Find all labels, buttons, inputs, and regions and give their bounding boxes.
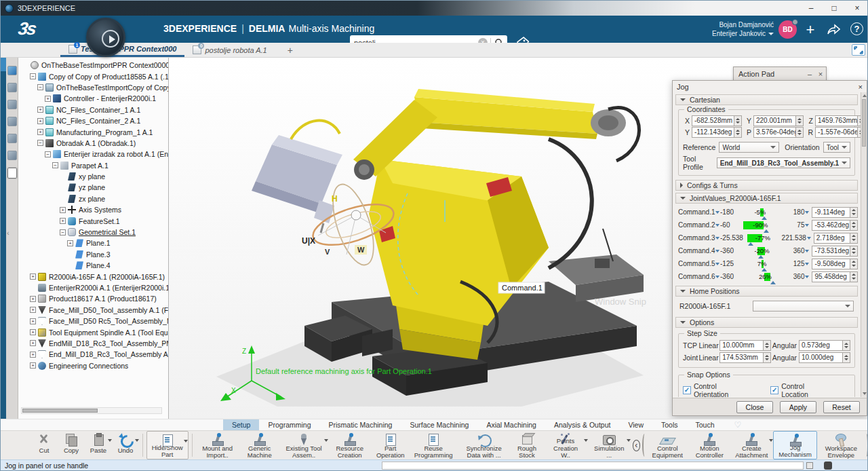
synchronize-data-button[interactable]: Synchronize Data with ... bbox=[458, 431, 511, 459]
components-icon[interactable] bbox=[7, 151, 17, 160]
part-operation-button[interactable]: Part Operation bbox=[372, 431, 410, 459]
action-pad-window[interactable]: Action Pad – × bbox=[733, 67, 827, 81]
joint-slider-handle[interactable] bbox=[748, 242, 753, 246]
spinner[interactable] bbox=[850, 246, 857, 256]
tree-expander[interactable]: + bbox=[37, 107, 43, 113]
close-button[interactable]: Close bbox=[736, 401, 773, 413]
spinner[interactable] bbox=[850, 233, 857, 243]
snap-checkbox[interactable]: ✓ bbox=[683, 386, 691, 394]
tree-expander[interactable]: + bbox=[30, 296, 36, 302]
tree-item[interactable]: Plane.4 bbox=[18, 260, 168, 271]
expand-viewport-icon[interactable] bbox=[852, 44, 865, 56]
tree-view-icon[interactable] bbox=[7, 66, 17, 75]
tree-item[interactable]: EnterijerR2000i A.1 (EnterijerR2000i.1) bbox=[18, 282, 168, 293]
tree-expander[interactable]: + bbox=[60, 207, 66, 213]
create-attachment-button[interactable]: Create Attachment bbox=[730, 431, 773, 459]
jog-close-icon[interactable]: × bbox=[859, 83, 863, 91]
spinner[interactable] bbox=[850, 259, 857, 269]
joint-max-limit[interactable]: 75 bbox=[782, 221, 810, 229]
joint-slider-handle[interactable] bbox=[764, 229, 769, 233]
joint-value-field[interactable]: 2.718deg bbox=[814, 233, 858, 244]
joint-value-field[interactable]: 95.458deg bbox=[812, 271, 858, 282]
orientation-select[interactable]: Tool bbox=[823, 142, 850, 153]
tree-item[interactable]: +Axis Systems bbox=[18, 204, 168, 215]
reuse-programming-button[interactable]: Reuse Programming bbox=[410, 431, 458, 459]
motion-controller-button[interactable]: Motion Controller bbox=[689, 431, 730, 459]
tree-item[interactable]: +Product18617 A.1 (Product18617) bbox=[18, 293, 168, 304]
maximize-button[interactable]: □ bbox=[823, 1, 846, 16]
tree-item[interactable]: −Parapet A.1 bbox=[18, 160, 168, 171]
tree-item[interactable]: +Controller - EnterijerR2000i.1 bbox=[18, 93, 168, 104]
power-input-field[interactable] bbox=[382, 461, 804, 470]
action-pad-minimize-icon[interactable]: – bbox=[804, 70, 815, 78]
joint-max-limit[interactable]: 360 bbox=[782, 247, 810, 255]
rough-stock-button[interactable]: Rough Stock bbox=[511, 431, 544, 459]
dropdown-caret-icon[interactable] bbox=[135, 439, 139, 442]
spinner[interactable] bbox=[734, 116, 741, 126]
share-icon[interactable] bbox=[825, 22, 842, 40]
tree-item[interactable]: −Copy of Copy of Product18585 A.1 (.1) bbox=[18, 71, 168, 81]
tree-item[interactable]: OnTheBaseTestImportPPR Context00000071 A… bbox=[18, 60, 168, 71]
tree-expander[interactable]: − bbox=[30, 73, 36, 79]
tcp-linear-field[interactable]: 10.000mm bbox=[719, 340, 771, 351]
spinner[interactable] bbox=[795, 128, 803, 137]
tree-expander[interactable]: + bbox=[30, 274, 36, 280]
collab-space-selector[interactable]: Enterijer Jankovic bbox=[712, 29, 774, 38]
tree-expander[interactable]: − bbox=[37, 140, 43, 146]
generic-machine-button[interactable]: Generic Machine bbox=[239, 431, 280, 459]
tree-item[interactable]: +Plane.1 bbox=[18, 238, 168, 248]
apply-button[interactable]: Apply bbox=[780, 401, 816, 413]
ribbon-tab-setup[interactable]: Setup bbox=[223, 419, 259, 430]
snap-checkbox[interactable]: ✓ bbox=[770, 386, 778, 394]
joint-slider-track[interactable]: 26% bbox=[743, 273, 781, 281]
favorites-heart-icon[interactable]: ♡ bbox=[734, 420, 742, 430]
joint-slider-track[interactable]: -77% bbox=[745, 234, 781, 242]
control-equipment-button[interactable]: Control Equipment bbox=[646, 431, 689, 459]
tree-item[interactable]: +R2000iA-165F A.1 (R2000iA-165F.1) bbox=[18, 271, 168, 282]
assembly-icon[interactable] bbox=[7, 100, 17, 109]
jog-axis-label-h[interactable]: H bbox=[332, 194, 338, 204]
ribbon-tab-programming[interactable]: Programming bbox=[259, 419, 319, 430]
dropdown-caret-icon[interactable] bbox=[627, 439, 631, 442]
coordinate-field[interactable]: 3.576e-04deg bbox=[753, 127, 804, 138]
ribbon-tab-analysis-output[interactable]: Analysis & Output bbox=[545, 419, 619, 430]
group-icon[interactable] bbox=[7, 117, 17, 126]
tree-expander[interactable]: + bbox=[37, 118, 43, 124]
joint-min-limit[interactable]: -125 bbox=[715, 260, 742, 267]
joint-min-limit[interactable]: -60 bbox=[715, 221, 742, 229]
tree-expander[interactable]: − bbox=[45, 151, 51, 157]
section-cartesian[interactable]: Cartesian bbox=[675, 94, 858, 105]
joint-max-limit[interactable]: 180 bbox=[782, 208, 810, 216]
behaviors-icon[interactable] bbox=[7, 83, 17, 92]
jog-axis-label-w[interactable]: W bbox=[357, 246, 365, 254]
dropdown-caret-icon[interactable] bbox=[184, 440, 188, 442]
tree-item[interactable]: yz plane bbox=[18, 182, 168, 193]
resource-creation-button[interactable]: Resource Creation bbox=[328, 431, 372, 459]
tree-item[interactable]: +EndMill_D18_Rc3_Tool_Assembly_PMG A.1 (… bbox=[18, 338, 168, 349]
home-position-select[interactable] bbox=[753, 301, 854, 312]
tree-item[interactable]: +Tool Equipment Spindle A.1 (Tool Equipm… bbox=[18, 326, 168, 337]
new-simulation-button[interactable]: New Simulation ... bbox=[588, 431, 631, 459]
joint-linear-field[interactable]: 174.533mm bbox=[719, 352, 771, 363]
section-options[interactable]: Options bbox=[675, 317, 858, 328]
tree-expander[interactable]: + bbox=[45, 96, 51, 102]
coordinate-field[interactable]: 1459.763mm bbox=[815, 115, 861, 126]
reference-select[interactable]: World bbox=[719, 142, 779, 153]
jog-scrollbar[interactable] bbox=[861, 92, 867, 397]
tree-item[interactable]: zx plane bbox=[18, 193, 168, 204]
joint-slider-handle[interactable] bbox=[758, 255, 764, 259]
command-label[interactable]: Command.1 bbox=[502, 284, 542, 292]
ribbon-tab-prismatic-machining[interactable]: Prismatic Machining bbox=[319, 419, 401, 430]
section-configs-turns[interactable]: Configs & Turns bbox=[675, 180, 858, 191]
tree-item[interactable]: +End_Mill_D18_Rc3_Tool_Assembly A.1 (End… bbox=[18, 349, 168, 360]
close-button[interactable]: × bbox=[846, 1, 868, 16]
joint-max-limit[interactable]: 221.538 bbox=[782, 234, 812, 242]
tree-expander[interactable]: + bbox=[30, 362, 36, 369]
tree-expander[interactable]: + bbox=[60, 218, 66, 224]
joint-slider-track[interactable]: -5% bbox=[743, 208, 781, 216]
tree-horizontal-scrollbar[interactable] bbox=[21, 407, 162, 414]
tree-item[interactable]: −Enterijer izradak za robot A.1 (Enterij… bbox=[18, 149, 168, 159]
joint-slider-track[interactable]: -20% bbox=[743, 247, 781, 255]
tree-expander[interactable]: − bbox=[60, 229, 66, 236]
tree-expander[interactable]: + bbox=[67, 240, 73, 246]
